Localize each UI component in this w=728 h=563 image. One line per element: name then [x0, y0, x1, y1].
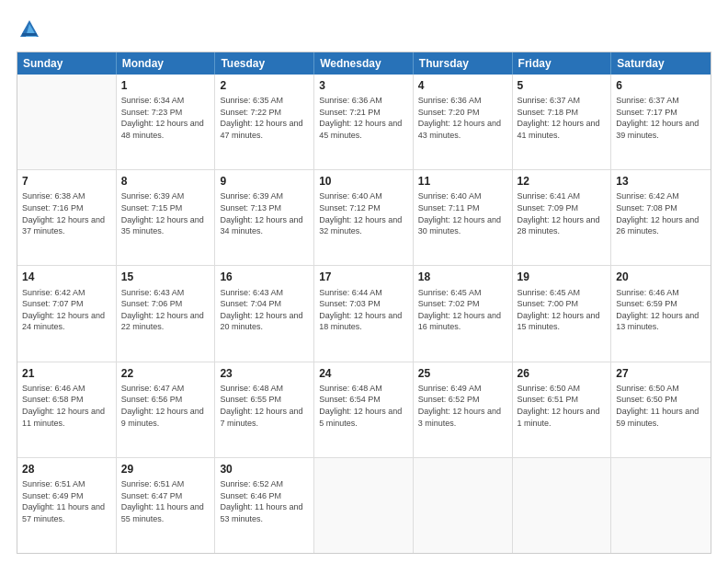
calendar-cell: 19Sunrise: 6:45 AMSunset: 7:00 PMDayligh… [513, 266, 612, 361]
calendar-week-row: 14Sunrise: 6:42 AMSunset: 7:07 PMDayligh… [17, 266, 711, 362]
day-number: 14 [22, 270, 111, 284]
calendar-cell: 5Sunrise: 6:37 AMSunset: 7:18 PMDaylight… [513, 75, 612, 169]
calendar-header-cell: Thursday [414, 52, 513, 75]
cell-info: Sunrise: 6:40 AMSunset: 7:12 PMDaylight:… [319, 190, 408, 236]
calendar-cell: 11Sunrise: 6:40 AMSunset: 7:11 PMDayligh… [414, 170, 513, 265]
cell-info: Sunrise: 6:40 AMSunset: 7:11 PMDaylight:… [418, 190, 507, 236]
calendar-cell: 3Sunrise: 6:36 AMSunset: 7:21 PMDaylight… [314, 75, 414, 169]
day-number: 5 [518, 78, 607, 93]
calendar-header-cell: Wednesday [314, 52, 414, 75]
day-number: 6 [616, 78, 706, 93]
day-number: 16 [220, 270, 309, 284]
cell-info: Sunrise: 6:43 AMSunset: 7:04 PMDaylight:… [220, 287, 309, 333]
cell-info: Sunrise: 6:36 AMSunset: 7:20 PMDaylight:… [418, 95, 507, 141]
calendar-cell: 1Sunrise: 6:34 AMSunset: 7:23 PMDaylight… [117, 75, 216, 169]
day-number: 29 [121, 462, 210, 477]
cell-info: Sunrise: 6:48 AMSunset: 6:54 PMDaylight:… [319, 383, 408, 429]
calendar: SundayMondayTuesdayWednesdayThursdayFrid… [17, 52, 711, 554]
day-number: 26 [518, 366, 607, 381]
cell-info: Sunrise: 6:42 AMSunset: 7:07 PMDaylight:… [22, 287, 111, 333]
calendar-cell: 18Sunrise: 6:45 AMSunset: 7:02 PMDayligh… [414, 266, 513, 361]
day-number: 18 [418, 270, 507, 284]
calendar-cell [414, 458, 513, 553]
calendar-cell: 27Sunrise: 6:50 AMSunset: 6:50 PMDayligh… [611, 362, 711, 457]
calendar-header-cell: Tuesday [215, 52, 314, 75]
cell-info: Sunrise: 6:52 AMSunset: 6:46 PMDaylight:… [220, 478, 309, 524]
calendar-cell: 25Sunrise: 6:49 AMSunset: 6:52 PMDayligh… [414, 362, 513, 457]
calendar-cell: 17Sunrise: 6:44 AMSunset: 7:03 PMDayligh… [314, 266, 414, 361]
calendar-cell [611, 458, 711, 553]
day-number: 17 [319, 270, 408, 284]
day-number: 27 [616, 366, 706, 381]
calendar-cell [513, 458, 612, 553]
cell-info: Sunrise: 6:50 AMSunset: 6:50 PMDaylight:… [616, 383, 706, 429]
day-number: 22 [121, 366, 210, 381]
cell-info: Sunrise: 6:36 AMSunset: 7:21 PMDaylight:… [319, 95, 408, 141]
calendar-cell: 21Sunrise: 6:46 AMSunset: 6:58 PMDayligh… [17, 362, 117, 457]
cell-info: Sunrise: 6:45 AMSunset: 7:02 PMDaylight:… [418, 287, 507, 333]
cell-info: Sunrise: 6:51 AMSunset: 6:49 PMDaylight:… [22, 478, 111, 524]
day-number: 23 [220, 366, 309, 381]
cell-info: Sunrise: 6:34 AMSunset: 7:23 PMDaylight:… [121, 95, 210, 141]
day-number: 2 [220, 78, 309, 93]
header [17, 17, 711, 42]
day-number: 15 [121, 270, 210, 284]
cell-info: Sunrise: 6:50 AMSunset: 6:51 PMDaylight:… [518, 383, 607, 429]
cell-info: Sunrise: 6:38 AMSunset: 7:16 PMDaylight:… [22, 190, 111, 236]
day-number: 10 [319, 174, 408, 189]
day-number: 13 [616, 174, 706, 189]
cell-info: Sunrise: 6:46 AMSunset: 6:59 PMDaylight:… [616, 287, 706, 333]
cell-info: Sunrise: 6:43 AMSunset: 7:06 PMDaylight:… [121, 287, 210, 333]
calendar-week-row: 28Sunrise: 6:51 AMSunset: 6:49 PMDayligh… [17, 458, 711, 553]
cell-info: Sunrise: 6:39 AMSunset: 7:13 PMDaylight:… [220, 190, 309, 236]
calendar-cell: 15Sunrise: 6:43 AMSunset: 7:06 PMDayligh… [117, 266, 216, 361]
calendar-week-row: 7Sunrise: 6:38 AMSunset: 7:16 PMDaylight… [17, 170, 711, 266]
calendar-cell: 10Sunrise: 6:40 AMSunset: 7:12 PMDayligh… [314, 170, 414, 265]
cell-info: Sunrise: 6:39 AMSunset: 7:15 PMDaylight:… [121, 190, 210, 236]
calendar-cell: 23Sunrise: 6:48 AMSunset: 6:55 PMDayligh… [215, 362, 314, 457]
calendar-cell: 22Sunrise: 6:47 AMSunset: 6:56 PMDayligh… [117, 362, 216, 457]
cell-info: Sunrise: 6:49 AMSunset: 6:52 PMDaylight:… [418, 383, 507, 429]
calendar-cell: 20Sunrise: 6:46 AMSunset: 6:59 PMDayligh… [611, 266, 711, 361]
calendar-week-row: 21Sunrise: 6:46 AMSunset: 6:58 PMDayligh… [17, 362, 711, 458]
day-number: 1 [121, 78, 210, 93]
cell-info: Sunrise: 6:41 AMSunset: 7:09 PMDaylight:… [518, 190, 607, 236]
page: SundayMondayTuesdayWednesdayThursdayFrid… [0, 0, 728, 563]
calendar-cell: 30Sunrise: 6:52 AMSunset: 6:46 PMDayligh… [215, 458, 314, 553]
calendar-cell: 9Sunrise: 6:39 AMSunset: 7:13 PMDaylight… [215, 170, 314, 265]
calendar-cell: 4Sunrise: 6:36 AMSunset: 7:20 PMDaylight… [414, 75, 513, 169]
logo [17, 17, 46, 42]
cell-info: Sunrise: 6:51 AMSunset: 6:47 PMDaylight:… [121, 478, 210, 524]
calendar-cell: 16Sunrise: 6:43 AMSunset: 7:04 PMDayligh… [215, 266, 314, 361]
calendar-cell: 14Sunrise: 6:42 AMSunset: 7:07 PMDayligh… [17, 266, 117, 361]
calendar-cell: 6Sunrise: 6:37 AMSunset: 7:17 PMDaylight… [611, 75, 711, 169]
day-number: 21 [22, 366, 111, 381]
calendar-cell: 2Sunrise: 6:35 AMSunset: 7:22 PMDaylight… [215, 75, 314, 169]
cell-info: Sunrise: 6:46 AMSunset: 6:58 PMDaylight:… [22, 383, 111, 429]
day-number: 28 [22, 462, 111, 477]
day-number: 19 [518, 270, 607, 284]
calendar-cell: 7Sunrise: 6:38 AMSunset: 7:16 PMDaylight… [17, 170, 117, 265]
calendar-cell [17, 75, 117, 169]
calendar-cell: 26Sunrise: 6:50 AMSunset: 6:51 PMDayligh… [513, 362, 612, 457]
calendar-header-cell: Sunday [17, 52, 117, 75]
calendar-cell [314, 458, 414, 553]
logo-icon [17, 17, 42, 42]
cell-info: Sunrise: 6:42 AMSunset: 7:08 PMDaylight:… [616, 190, 706, 236]
day-number: 25 [418, 366, 507, 381]
calendar-header-cell: Saturday [611, 52, 711, 75]
day-number: 24 [319, 366, 408, 381]
cell-info: Sunrise: 6:35 AMSunset: 7:22 PMDaylight:… [220, 95, 309, 141]
calendar-cell: 24Sunrise: 6:48 AMSunset: 6:54 PMDayligh… [314, 362, 414, 457]
day-number: 8 [121, 174, 210, 189]
calendar-body: 1Sunrise: 6:34 AMSunset: 7:23 PMDaylight… [17, 75, 711, 553]
calendar-cell: 8Sunrise: 6:39 AMSunset: 7:15 PMDaylight… [117, 170, 216, 265]
calendar-header: SundayMondayTuesdayWednesdayThursdayFrid… [17, 52, 711, 75]
day-number: 11 [418, 174, 507, 189]
calendar-week-row: 1Sunrise: 6:34 AMSunset: 7:23 PMDaylight… [17, 75, 711, 170]
day-number: 12 [518, 174, 607, 189]
cell-info: Sunrise: 6:44 AMSunset: 7:03 PMDaylight:… [319, 287, 408, 333]
calendar-cell: 29Sunrise: 6:51 AMSunset: 6:47 PMDayligh… [117, 458, 216, 553]
day-number: 30 [220, 462, 309, 477]
calendar-header-cell: Monday [117, 52, 216, 75]
